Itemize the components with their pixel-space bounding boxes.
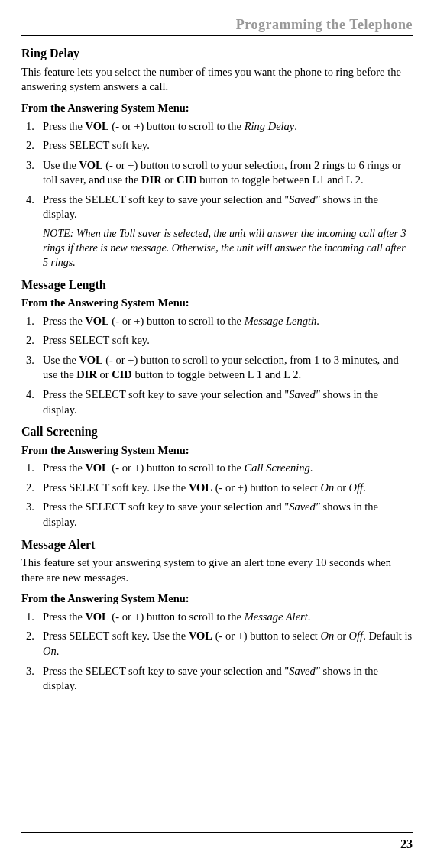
steps-list: Press the VOL (- or +) button to scroll …: [21, 461, 413, 530]
text: Press SELECT soft key.: [43, 139, 150, 151]
text: .: [363, 481, 366, 494]
text: .: [308, 611, 311, 623]
text: Press SELECT soft key. Use the: [43, 481, 189, 494]
step-item: Press the SELECT soft key to save your s…: [21, 193, 413, 222]
section-subhead: From the Answering System Menu:: [21, 443, 413, 458]
text: .: [316, 315, 319, 327]
text: . Default is: [363, 630, 412, 642]
italic-text: Call Screening: [245, 462, 310, 474]
text: Use the: [43, 354, 79, 366]
bold-text: VOL: [79, 159, 103, 171]
italic-text: Off: [349, 630, 364, 642]
text: or: [97, 368, 112, 381]
bold-text: VOL: [189, 630, 212, 642]
bold-text: VOL: [86, 611, 109, 623]
page-number: 23: [400, 837, 413, 850]
italic-text: On: [321, 630, 335, 642]
section-intro: This feature lets you select the number …: [21, 65, 413, 95]
steps-list: Press the VOL (- or +) button to scroll …: [21, 119, 413, 222]
bold-text: VOL: [189, 481, 212, 494]
italic-text: Saved": [289, 193, 320, 206]
section-subhead: From the Answering System Menu:: [21, 591, 413, 607]
text: .: [57, 645, 60, 657]
section-title: Call Screening: [21, 423, 413, 440]
text: Press the SELECT soft key to save your s…: [43, 665, 289, 677]
text: Press SELECT soft key.: [43, 334, 150, 346]
bold-text: VOL: [86, 462, 109, 474]
content: Ring DelayThis feature lets you select t…: [21, 45, 413, 693]
step-item: Press the VOL (- or +) button to scroll …: [21, 314, 413, 329]
text: button to toggle between L 1 and L 2.: [132, 368, 301, 381]
step-item: Press SELECT soft key. Use the VOL (- or…: [21, 481, 413, 496]
italic-text: Message Length: [245, 315, 317, 327]
section-subhead: From the Answering System Menu:: [21, 101, 413, 116]
text: or: [334, 481, 348, 494]
bold-text: DIR: [141, 173, 162, 186]
section-title: Message Length: [21, 277, 413, 293]
step-item: Press the SELECT soft key to save your s…: [21, 500, 413, 530]
bold-text: CID: [112, 368, 132, 381]
bold-text: DIR: [76, 368, 97, 381]
text: Press the SELECT soft key to save your s…: [43, 500, 289, 513]
step-item: Use the VOL (- or +) button to scroll to…: [21, 158, 413, 188]
step-item: Press SELECT soft key. Use the VOL (- or…: [21, 629, 413, 659]
bold-text: VOL: [86, 315, 109, 327]
step-item: Press the SELECT soft key to save your s…: [21, 387, 413, 417]
text: (- or +) button to scroll to the: [109, 611, 245, 623]
section-subhead: From the Answering System Menu:: [21, 296, 413, 311]
bold-text: CID: [177, 173, 197, 186]
bold-text: VOL: [86, 120, 109, 132]
steps-list: Press the VOL (- or +) button to scroll …: [21, 610, 413, 694]
text: (- or +) button to scroll to the: [109, 462, 245, 474]
italic-text: Ring Delay: [245, 120, 295, 132]
text: Press the: [43, 611, 86, 623]
text: or: [162, 173, 177, 186]
text: button to toggle between L1 and L 2.: [197, 173, 364, 186]
text: (- or +) button to scroll to the: [109, 315, 245, 327]
note: NOTE: When the Toll saver is selected, t…: [21, 227, 413, 270]
italic-text: Saved": [289, 665, 320, 677]
step-item: Press SELECT soft key.: [21, 138, 413, 154]
text: Press the SELECT soft key to save your s…: [43, 193, 289, 206]
text: or: [334, 630, 348, 642]
step-item: Press SELECT soft key.: [21, 333, 413, 348]
page-header: Programming the Telephone: [21, 15, 413, 36]
text: (- or +) button to select: [212, 481, 320, 494]
text: Use the: [43, 159, 79, 171]
text: .: [294, 120, 297, 132]
step-item: Use the VOL (- or +) button to scroll to…: [21, 353, 413, 383]
step-item: Press the VOL (- or +) button to scroll …: [21, 610, 413, 625]
italic-text: Saved": [289, 388, 320, 400]
text: (- or +) button to select: [212, 630, 320, 642]
italic-text: On: [321, 481, 335, 494]
section-title: Message Alert: [21, 536, 413, 553]
bold-text: VOL: [79, 354, 103, 366]
step-item: Press the VOL (- or +) button to scroll …: [21, 119, 413, 134]
text: Press SELECT soft key. Use the: [43, 630, 189, 642]
page-footer: 23: [21, 832, 413, 853]
italic-text: On: [43, 645, 57, 657]
steps-list: Press the VOL (- or +) button to scroll …: [21, 314, 413, 417]
text: (- or +) button to scroll to the: [109, 120, 245, 132]
text: Press the: [43, 120, 86, 132]
italic-text: Saved": [289, 500, 320, 513]
text: Press the SELECT soft key to save your s…: [43, 388, 289, 400]
italic-text: Message Alert: [245, 611, 308, 623]
italic-text: Off: [349, 481, 364, 494]
step-item: Press the VOL (- or +) button to scroll …: [21, 461, 413, 476]
text: Press the: [43, 462, 86, 474]
section-intro: This feature set your answering system t…: [21, 555, 413, 585]
text: Press the: [43, 315, 86, 327]
text: .: [310, 462, 313, 474]
step-item: Press the SELECT soft key to save your s…: [21, 664, 413, 694]
section-title: Ring Delay: [21, 45, 413, 62]
